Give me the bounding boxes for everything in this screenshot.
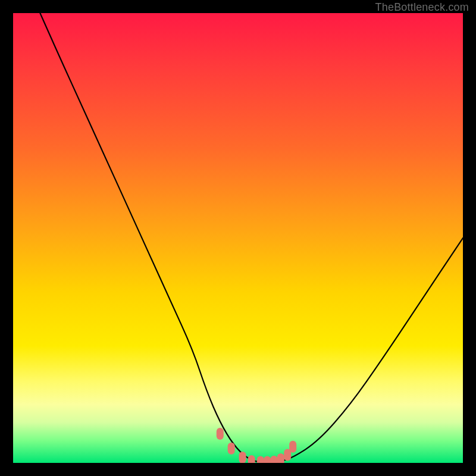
optimal-marker bbox=[289, 441, 296, 453]
curve-layer bbox=[13, 13, 463, 463]
plot-area bbox=[13, 13, 463, 463]
optimal-marker bbox=[271, 456, 278, 463]
optimal-marker bbox=[248, 455, 255, 463]
optimal-marker bbox=[277, 453, 284, 463]
bottleneck-curve bbox=[40, 13, 463, 463]
optimal-marker bbox=[264, 456, 271, 464]
chart-frame: TheBottleneck.com bbox=[0, 0, 476, 476]
watermark-text: TheBottleneck.com bbox=[375, 1, 469, 14]
optimal-marker bbox=[257, 456, 264, 464]
optimal-marker bbox=[217, 428, 224, 440]
optimal-marker bbox=[228, 443, 235, 455]
optimal-marker bbox=[239, 452, 246, 463]
optimal-zone-markers bbox=[217, 428, 296, 463]
